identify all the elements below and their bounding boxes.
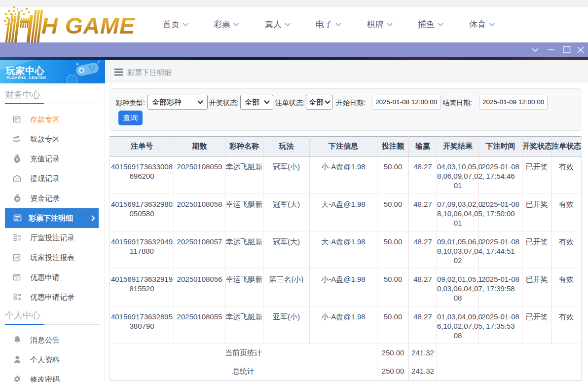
svg-text:¥: ¥ <box>16 157 18 162</box>
